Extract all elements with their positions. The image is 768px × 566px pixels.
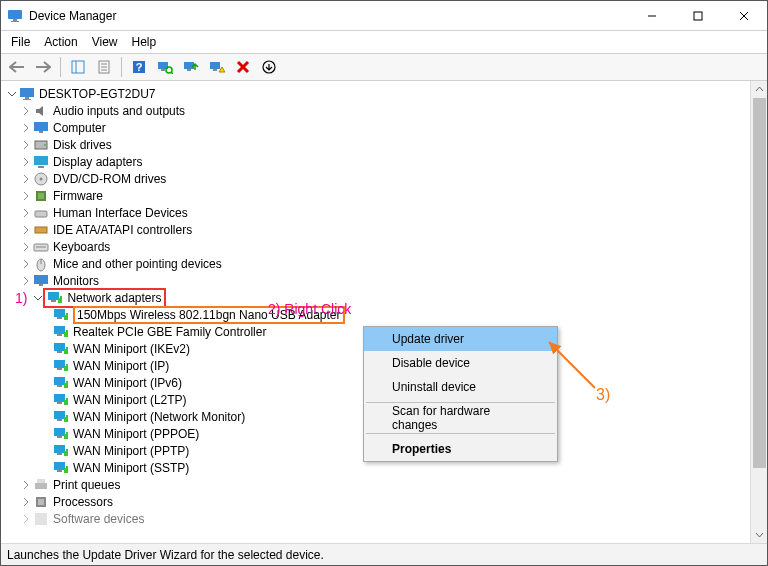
device-label: WAN Miniport (IP) xyxy=(73,359,169,373)
enable-device-button[interactable] xyxy=(257,55,281,79)
svg-rect-74 xyxy=(66,398,68,405)
network-icon xyxy=(53,392,69,408)
tree-item[interactable]: Disk drives xyxy=(3,136,750,153)
network-icon xyxy=(53,375,69,391)
close-button[interactable] xyxy=(721,1,767,31)
computer-icon xyxy=(33,120,49,136)
tree-item[interactable]: Human Interface Devices xyxy=(3,204,750,221)
forward-button[interactable] xyxy=(31,55,55,79)
firmware-icon xyxy=(33,188,49,204)
expand-icon[interactable] xyxy=(17,259,33,268)
expand-icon[interactable] xyxy=(17,225,33,234)
expand-icon[interactable] xyxy=(17,208,33,217)
device-label: WAN Miniport (Network Monitor) xyxy=(73,410,245,424)
collapse-icon[interactable] xyxy=(3,89,19,98)
svg-rect-20 xyxy=(187,69,191,71)
disable-device-button[interactable] xyxy=(205,55,229,79)
tree-item[interactable]: Audio inputs and outputs xyxy=(3,102,750,119)
tree-item[interactable]: Firmware xyxy=(3,187,750,204)
expand-icon[interactable] xyxy=(17,480,33,489)
cpu-icon xyxy=(33,494,49,510)
ctx-update-driver[interactable]: Update driver xyxy=(364,327,557,351)
svg-rect-30 xyxy=(39,131,43,133)
monitor-icon xyxy=(33,273,49,289)
expand-icon[interactable] xyxy=(17,276,33,285)
device-tree[interactable]: DESKTOP-EGT2DU7 Audio inputs and outputs… xyxy=(1,81,750,543)
tree-item[interactable]: Processors xyxy=(3,493,750,510)
minimize-button[interactable] xyxy=(629,1,675,31)
svg-rect-1 xyxy=(13,19,17,21)
expand-icon[interactable] xyxy=(17,106,33,115)
svg-rect-21 xyxy=(210,62,220,69)
content-area: DESKTOP-EGT2DU7 Audio inputs and outputs… xyxy=(1,81,767,543)
properties-button[interactable] xyxy=(92,55,116,79)
svg-rect-71 xyxy=(54,394,65,402)
svg-rect-49 xyxy=(58,298,60,303)
svg-rect-68 xyxy=(57,385,62,387)
scroll-down-button[interactable] xyxy=(751,526,767,543)
tree-item[interactable]: Monitors xyxy=(3,272,750,289)
scroll-thumb[interactable] xyxy=(753,98,766,468)
scroll-up-button[interactable] xyxy=(751,81,767,98)
show-hide-console-tree-button[interactable] xyxy=(66,55,90,79)
scan-hardware-button[interactable] xyxy=(153,55,177,79)
network-icon xyxy=(53,426,69,442)
svg-rect-22 xyxy=(213,69,217,71)
svg-rect-62 xyxy=(66,347,68,354)
tree-item[interactable]: IDE ATA/ATAPI controllers xyxy=(3,221,750,238)
svg-rect-90 xyxy=(66,466,68,473)
tree-item[interactable]: Software devices xyxy=(3,510,750,527)
help-button[interactable]: ? xyxy=(127,55,151,79)
update-driver-button[interactable] xyxy=(179,55,203,79)
ctx-properties[interactable]: Properties xyxy=(364,437,557,461)
device-label: WAN Miniport (L2TP) xyxy=(73,393,187,407)
expand-icon[interactable] xyxy=(17,514,33,523)
software-icon xyxy=(33,511,49,527)
expand-icon[interactable] xyxy=(17,157,33,166)
tree-item[interactable]: Print queues xyxy=(3,476,750,493)
menu-file[interactable]: File xyxy=(5,33,36,51)
expand-icon[interactable] xyxy=(17,174,33,183)
svg-rect-78 xyxy=(66,415,68,422)
svg-rect-29 xyxy=(34,122,48,131)
tree-item[interactable]: Mice and other pointing devices xyxy=(3,255,750,272)
svg-rect-39 xyxy=(35,211,47,217)
svg-rect-88 xyxy=(57,470,62,472)
expand-icon[interactable] xyxy=(17,242,33,251)
svg-rect-85 xyxy=(64,451,66,456)
tree-item[interactable]: Computer xyxy=(3,119,750,136)
device-label: WAN Miniport (IKEv2) xyxy=(73,342,190,356)
expand-icon[interactable] xyxy=(17,497,33,506)
tree-root[interactable]: DESKTOP-EGT2DU7 xyxy=(3,85,750,102)
ctx-disable-device[interactable]: Disable device xyxy=(364,351,557,375)
tree-item-selected-adapter[interactable]: 150Mbps Wireless 802.11bgn Nano USB Adap… xyxy=(3,306,750,323)
svg-rect-82 xyxy=(66,432,68,439)
svg-rect-26 xyxy=(20,88,34,97)
svg-rect-50 xyxy=(60,296,62,303)
tree-item[interactable]: DVD/CD-ROM drives xyxy=(3,170,750,187)
svg-line-18 xyxy=(171,72,173,74)
menu-help[interactable]: Help xyxy=(126,33,163,51)
svg-rect-59 xyxy=(54,343,65,351)
tree-item[interactable]: Keyboards xyxy=(3,238,750,255)
network-icon xyxy=(47,290,63,306)
svg-rect-60 xyxy=(57,351,62,353)
maximize-button[interactable] xyxy=(675,1,721,31)
ctx-scan-hardware[interactable]: Scan for hardware changes xyxy=(364,406,557,430)
cat-label: Display adapters xyxy=(53,155,142,169)
tree-item[interactable]: Display adapters xyxy=(3,153,750,170)
ctx-uninstall-device[interactable]: Uninstall device xyxy=(364,375,557,399)
menu-view[interactable]: View xyxy=(86,33,124,51)
menu-action[interactable]: Action xyxy=(38,33,83,51)
svg-rect-55 xyxy=(54,326,65,334)
expand-icon[interactable] xyxy=(17,191,33,200)
expand-icon[interactable] xyxy=(17,140,33,149)
svg-rect-65 xyxy=(64,366,66,371)
uninstall-device-button[interactable] xyxy=(231,55,255,79)
tree-item-network-adapters[interactable]: 1) Network adapters xyxy=(1,289,750,306)
svg-rect-81 xyxy=(64,434,66,439)
menu-bar: File Action View Help xyxy=(1,31,767,53)
expand-icon[interactable] xyxy=(17,123,33,132)
back-button[interactable] xyxy=(5,55,29,79)
vertical-scrollbar[interactable] xyxy=(750,81,767,543)
